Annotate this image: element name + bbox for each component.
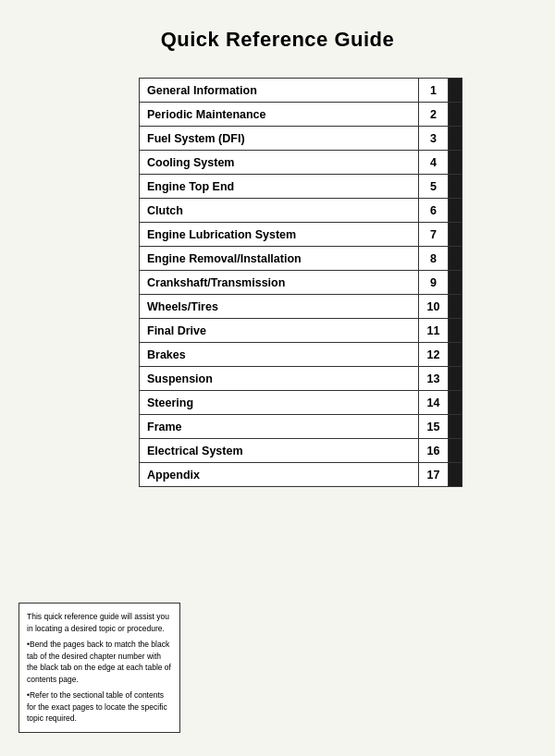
page: Quick Reference Guide General Informatio… — [0, 0, 555, 756]
toc-tab — [449, 79, 462, 102]
toc-row[interactable]: General Information1 — [139, 78, 462, 103]
toc-number: 6 — [419, 199, 449, 222]
toc-tab — [449, 271, 462, 294]
toc-number: 15 — [419, 415, 449, 438]
note-line2: •Bend the pages back to match the black … — [27, 639, 172, 686]
toc-row[interactable]: Frame15 — [139, 414, 462, 439]
toc-tab — [449, 463, 462, 486]
toc-label: Clutch — [140, 199, 419, 222]
toc-number: 13 — [419, 367, 449, 390]
toc-container: General Information1Periodic Maintenance… — [139, 78, 462, 487]
toc-label: Suspension — [140, 367, 419, 390]
toc-number: 1 — [419, 79, 449, 102]
toc-label: Wheels/Tires — [140, 295, 419, 318]
toc-number: 12 — [419, 343, 449, 366]
toc-label: Crankshaft/Transmission — [140, 271, 419, 294]
toc-label: Electrical System — [140, 439, 419, 462]
toc-tab — [449, 343, 462, 366]
toc-number: 9 — [419, 271, 449, 294]
toc-row[interactable]: Suspension13 — [139, 366, 462, 391]
toc-label: Periodic Maintenance — [140, 103, 419, 126]
toc-label: Steering — [140, 391, 419, 414]
toc-row[interactable]: Cooling System4 — [139, 150, 462, 175]
toc-row[interactable]: Engine Lubrication System7 — [139, 222, 462, 247]
toc-label: Frame — [140, 415, 419, 438]
toc-number: 3 — [419, 127, 449, 150]
toc-row[interactable]: Engine Removal/Installation8 — [139, 246, 462, 271]
toc-row[interactable]: Crankshaft/Transmission9 — [139, 270, 462, 295]
toc-row[interactable]: Final Drive11 — [139, 318, 462, 343]
toc-row[interactable]: Appendix17 — [139, 462, 462, 487]
toc-number: 17 — [419, 463, 449, 486]
toc-label: Brakes — [140, 343, 419, 366]
toc-label: Final Drive — [140, 319, 419, 342]
note-line1: This quick reference guide will assist y… — [27, 611, 172, 635]
toc-tab — [449, 367, 462, 390]
toc-row[interactable]: Steering14 — [139, 390, 462, 415]
toc-row[interactable]: Clutch6 — [139, 198, 462, 223]
toc-tab — [449, 103, 462, 126]
toc-number: 10 — [419, 295, 449, 318]
toc-tab — [449, 175, 462, 198]
toc-row[interactable]: Engine Top End5 — [139, 174, 462, 199]
toc-number: 14 — [419, 391, 449, 414]
toc-number: 2 — [419, 103, 449, 126]
toc-tab — [449, 151, 462, 174]
toc-tab — [449, 415, 462, 438]
toc-row[interactable]: Periodic Maintenance2 — [139, 102, 462, 127]
toc-label: General Information — [140, 79, 419, 102]
toc-number: 5 — [419, 175, 449, 198]
toc-number: 16 — [419, 439, 449, 462]
toc-tab — [449, 247, 462, 270]
toc-tab — [449, 391, 462, 414]
toc-tab — [449, 439, 462, 462]
toc-row[interactable]: Brakes12 — [139, 342, 462, 367]
toc-number: 11 — [419, 319, 449, 342]
toc-number: 4 — [419, 151, 449, 174]
page-title: Quick Reference Guide — [18, 28, 536, 52]
toc-label: Cooling System — [140, 151, 419, 174]
toc-tab — [449, 199, 462, 222]
toc-label: Engine Top End — [140, 175, 419, 198]
toc-tab — [449, 223, 462, 246]
toc-label: Fuel System (DFI) — [140, 127, 419, 150]
toc-row[interactable]: Electrical System16 — [139, 438, 462, 463]
toc-tab — [449, 127, 462, 150]
toc-label: Engine Lubrication System — [140, 223, 419, 246]
toc-number: 8 — [419, 247, 449, 270]
toc-row[interactable]: Fuel System (DFI)3 — [139, 126, 462, 151]
toc-label: Appendix — [140, 463, 419, 486]
toc-label: Engine Removal/Installation — [140, 247, 419, 270]
note-line3: •Refer to the sectional table of content… — [27, 689, 172, 725]
toc-number: 7 — [419, 223, 449, 246]
toc-tab — [449, 319, 462, 342]
toc-tab — [449, 295, 462, 318]
note-box: This quick reference guide will assist y… — [18, 603, 180, 733]
toc-row[interactable]: Wheels/Tires10 — [139, 294, 462, 319]
